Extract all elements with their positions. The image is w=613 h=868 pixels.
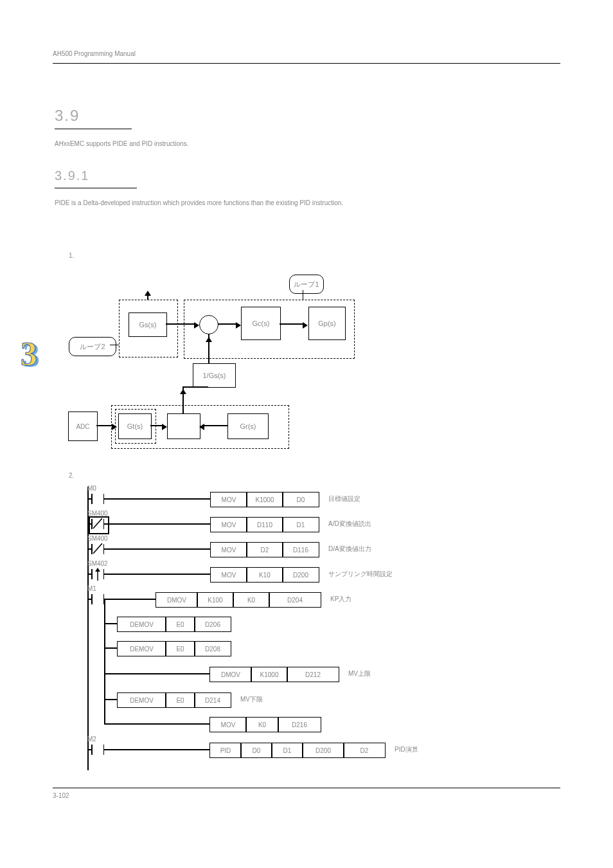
ladder-cell: D1 [271,743,303,758]
ladder-cell: DEMOV [117,617,166,632]
gr-box: Gr(s) [227,413,269,439]
ladder-cell: K10 [246,567,283,583]
subsection-number: 3.9.1 [55,168,89,183]
section-number: 3.9 [55,107,80,125]
contact-sm400 [91,519,104,529]
doc-title: AH500 Programming Manual [53,50,136,57]
rung-line [104,699,117,700]
ladder-cell: MOV [210,517,247,532]
ladder-cell: MOV [210,542,247,557]
ladder-cell: D0 [282,492,319,507]
callout-loop2: ループ2 [69,337,116,356]
rung-hint: サンプリング時間設定 [328,570,393,579]
subsection-underline [55,188,137,188]
ladder-cell: E0 [165,641,195,656]
ladder-cell: D208 [194,641,231,656]
contact-m2 [91,745,104,755]
ladder-cell: PID [209,743,242,758]
intro-text-1: AHxxEMC supports PIDE and PID instructio… [55,140,549,147]
page-number: 3-102 [53,792,69,799]
ladder-cell: D110 [246,517,283,532]
ladder-cell: DEMOV [117,692,166,708]
contact-label: M2 [87,736,96,743]
contact-label: SM400 [87,510,108,517]
bottom-rule [53,788,560,788]
ladder-cell: D204 [269,592,321,608]
rung-line [104,673,209,674]
item-1-number: 1. [69,252,74,259]
sum-junction [199,315,218,334]
rung-hint: A/D変換値読出 [328,520,371,529]
ladder-cell: DMOV [155,592,198,608]
ladder-cell: D212 [287,667,339,682]
ladder-cell: D2 [343,743,386,758]
ladder-cell: MOV [210,492,247,507]
sum2-box [167,413,200,439]
contact-label: SM400 [87,535,108,542]
rung-hint: 目標値設定 [328,494,360,503]
chapter-badge: 3 3 [18,334,51,377]
rung-hint: KP入力 [330,595,351,604]
rung-hint: D/A変換値出力 [328,545,371,554]
ladder-cell: K0 [233,592,270,608]
callout-loop1: ループ1 [289,275,324,294]
ladder-cell: K1000 [246,492,283,507]
ladder-cell: MOV [209,717,247,732]
rung-line [104,623,117,624]
ladder-cell: E0 [165,692,195,708]
ladder-cell: E0 [165,617,195,632]
ladder-cell: D214 [194,692,231,708]
item-2-number: 2. [69,472,74,479]
ladder-cell: K0 [245,717,279,732]
ladder-cell: K100 [197,592,234,608]
ladder-cell: D200 [282,567,319,583]
ladder-cell: D0 [240,743,272,758]
gs-box: Gs(s) [129,312,167,337]
ladder-cell: MOV [210,567,247,583]
ladder-cell: D1 [282,517,319,532]
top-rule [53,63,560,64]
contact-label: M0 [87,485,96,492]
page: AH500 Programming Manual 3.9 AHxxEMC sup… [0,0,613,868]
gp-box: Gp(s) [308,307,346,340]
ladder-cell: DEMOV [117,641,166,656]
rung-hint: MV上限 [348,669,371,678]
ladder-cell: D2 [246,542,283,557]
contact-label: SM402 [87,560,108,567]
svg-text:3: 3 [21,336,37,372]
ladder-cell: K1000 [251,667,288,682]
rung-hint: PID演算 [395,745,418,754]
contact-label: M1 [87,585,96,592]
ladder-cell: D200 [302,743,344,758]
contact-sm402 [91,569,104,579]
rung-line [104,723,209,725]
gc-box: Gc(s) [241,307,281,340]
contact-m0 [91,494,104,504]
ladder-cell: D216 [278,717,321,732]
rung-line [104,647,117,649]
rung-hint: MV下限 [240,695,263,704]
ladder-cell: DMOV [209,667,252,682]
ladder-cell: D206 [194,617,231,632]
fb-box: 1/Gs(s) [193,363,236,388]
contact-m1 [91,594,104,604]
section-underline [55,129,132,129]
ladder-cell: D116 [282,542,319,557]
intro-text-2: PIDE is a Delta-developed instruction wh… [55,199,549,206]
contact-sm400 [91,544,104,554]
adc-box: ADC [68,411,98,441]
gt-box: Gt(s) [118,413,152,439]
